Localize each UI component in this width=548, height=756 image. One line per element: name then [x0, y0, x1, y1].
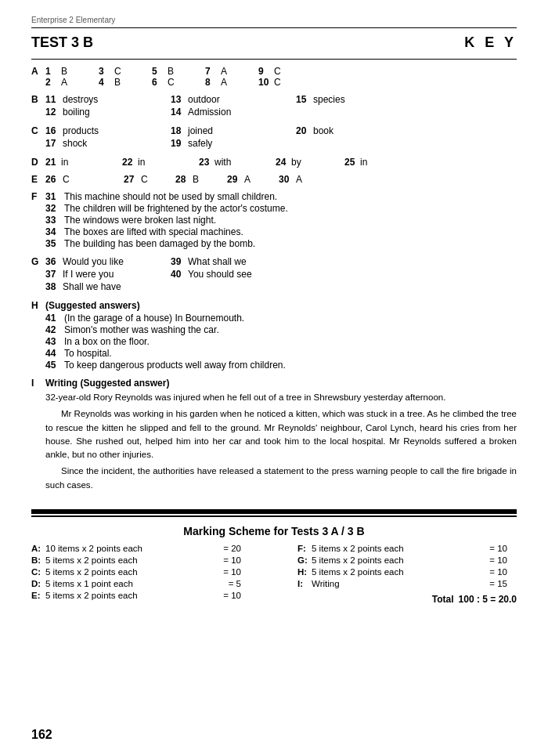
g-val-39: What shall we: [188, 256, 247, 267]
header-text: Enterprise 2 Elementary: [31, 16, 517, 24]
c-val-19: safely: [188, 138, 266, 149]
d-val-21: in: [61, 157, 108, 168]
b-col-3: 15 species: [296, 94, 421, 119]
a-num-5: 5: [152, 66, 168, 77]
section-g: G 36 Would you like 37 If I were you 3: [31, 256, 517, 294]
e-item-30: 30 A: [279, 174, 312, 185]
h-num-42: 42: [45, 324, 64, 335]
mk-desc-g: 5 items x 2 points each: [312, 555, 484, 565]
g-item-39: 39 What shall we: [171, 256, 296, 267]
section-i-subtitle: Writing (Suggested answer): [45, 378, 517, 389]
a-item-7: 7 A: [205, 66, 236, 77]
b-num-13: 13: [171, 94, 188, 105]
section-i: I Writing (Suggested answer) 32-year-old…: [31, 378, 517, 495]
g-item-38: 38 Shall we have: [45, 281, 171, 292]
section-e-row: E 26 C 27 C 28 B: [31, 174, 517, 185]
e-val-29: A: [244, 174, 260, 185]
c-num-18: 18: [171, 125, 188, 136]
f-val-35: The building has been damaged by the bom…: [64, 238, 255, 249]
d-item-23: 23 with: [199, 157, 261, 168]
g-val-38: Shall we have: [63, 281, 121, 292]
h-val-42: Simon's mother was washing the car.: [64, 324, 219, 335]
a-num-7: 7: [205, 66, 221, 77]
g-val-36: Would you like: [63, 256, 124, 267]
a-val-6: C: [168, 77, 183, 88]
a-item-5: 5 B: [152, 66, 183, 77]
a-num-4: 4: [99, 77, 114, 88]
a-num-3: 3: [99, 66, 114, 77]
section-b-content: 11 destroys 12 boiling 13 outdoor: [45, 94, 517, 119]
a-val-10: C: [274, 77, 290, 88]
e-val-27: C: [141, 174, 157, 185]
section-g-content: 36 Would you like 37 If I were you 38 Sh…: [45, 256, 517, 294]
b-num-11: 11: [45, 94, 63, 105]
a-num-8: 8: [205, 77, 221, 88]
c-item-20: 20 book: [296, 125, 421, 136]
c-val-18: joined: [188, 125, 266, 136]
a-val-3: C: [114, 66, 130, 77]
section-h-content: (Suggested answers) 41 (In the garage of…: [45, 300, 517, 371]
section-d-answers: 21 in 22 in 23 with 24 by: [45, 157, 517, 168]
g-item-37: 37 If I were you: [45, 269, 171, 280]
h-num-43: 43: [45, 336, 64, 347]
c-col-2: 18 joined 19 safely: [171, 125, 296, 150]
a-item-3: 3 C: [99, 66, 130, 77]
top-divider: [31, 27, 517, 28]
c-col-1: 16 products 17 shock: [45, 125, 171, 150]
a-num-1: 1: [45, 66, 61, 77]
e-val-28: B: [193, 174, 208, 185]
h-num-44: 44: [45, 348, 64, 359]
a-col-1: 1 B 2 A: [45, 66, 77, 88]
d-val-22: in: [138, 157, 185, 168]
g-left: 36 Would you like 37 If I were you 38 Sh…: [45, 256, 171, 294]
mk-letter-h: H:: [297, 567, 312, 577]
h-item-43: 43 In a box on the floor.: [45, 336, 517, 347]
e-val-30: A: [296, 174, 312, 185]
page-number: 162: [31, 728, 52, 742]
e-num-30: 30: [279, 174, 296, 185]
c-num-20: 20: [296, 125, 313, 136]
section-d: D 21 in 22 in 23 with 2: [31, 157, 517, 168]
mk-letter-b: B:: [31, 555, 45, 565]
e-item-29: 29 A: [227, 174, 260, 185]
total-label: Total: [432, 594, 454, 605]
mk-eq-g: = 10: [484, 555, 507, 565]
mk-desc-d: 5 items x 1 point each: [45, 579, 218, 588]
section-b-row: B 11 destroys 12 boiling: [31, 94, 517, 119]
section-g-label: G: [31, 256, 45, 267]
mk-eq-h: = 10: [484, 567, 507, 577]
c-val-16: products: [63, 125, 141, 136]
d-item-25: 25 in: [344, 157, 384, 168]
a-item-1: 1 B: [45, 66, 77, 77]
mk-row-h: H: 5 items x 2 points each = 10: [297, 567, 517, 577]
g-num-40: 40: [171, 269, 188, 280]
e-num-26: 26: [45, 174, 63, 185]
mk-eq-d: = 5: [218, 579, 241, 588]
section-b: B 11 destroys 12 boiling: [31, 94, 517, 119]
a-num-10: 10: [258, 77, 274, 88]
a-item-10: 10 C: [258, 77, 290, 88]
a-num-6: 6: [152, 77, 168, 88]
title-divider: [31, 59, 517, 60]
c-num-17: 17: [45, 138, 63, 149]
a-col-2: 3 C 4 B: [99, 66, 130, 88]
section-a-row: A 1 B 2 A: [31, 66, 517, 88]
mk-desc-f: 5 items x 2 points each: [312, 544, 484, 553]
c-col-3: 20 book: [296, 125, 421, 150]
h-item-45: 45 To keep dangerous products well away …: [45, 360, 517, 371]
c-item-18: 18 joined: [171, 125, 296, 136]
section-h: H (Suggested answers) 41 (In the garage …: [31, 300, 517, 371]
b-val-12: boiling: [63, 107, 141, 118]
marking-right: F: 5 items x 2 points each = 10 G: 5 ite…: [297, 544, 517, 605]
section-c-row: C 16 products 17 shock: [31, 125, 517, 150]
section-c: C 16 products 17 shock: [31, 125, 517, 150]
d-num-24: 24: [276, 157, 291, 168]
section-d-content: 21 in 22 in 23 with 24 by: [45, 157, 517, 168]
mk-row-f: F: 5 items x 2 points each = 10: [297, 544, 517, 553]
total-row: Total 100 : 5 = 20.0: [297, 594, 517, 605]
mk-letter-c: C:: [31, 567, 45, 577]
section-e-label: E: [31, 174, 45, 185]
mk-desc-a: 10 items x 2 points each: [45, 544, 218, 553]
e-num-28: 28: [175, 174, 193, 185]
d-val-24: by: [291, 157, 330, 168]
